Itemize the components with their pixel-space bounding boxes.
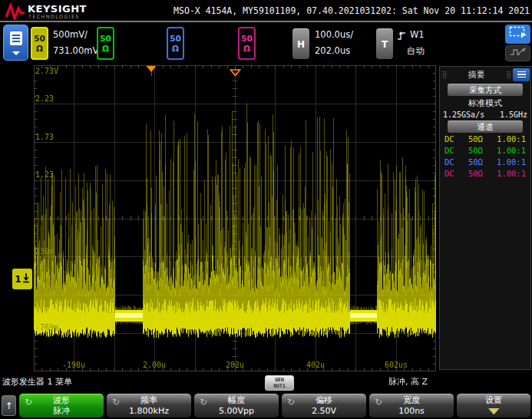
acquisition-mode-button[interactable]: 采集方式 (448, 84, 523, 96)
v-axis-label: 2.23 (35, 94, 54, 103)
scope-graticule-canvas[interactable] (34, 65, 436, 371)
channel1-ground-marker[interactable]: 1 (12, 269, 32, 289)
t-axis-label: 402u (306, 361, 325, 369)
t-axis-label: -198u (62, 361, 85, 369)
channel1-summary-row: DC 50Ω 1.00:1 (440, 133, 530, 144)
wavegen-menu-title: 波形发生器 1 菜单 (2, 376, 72, 388)
ohm-icon: Ω (172, 44, 179, 53)
acquisition-mode-value: 标准模式 (440, 97, 530, 109)
softkey-amplitude[interactable]: ↻ 幅度 5.00Vpp (194, 394, 279, 417)
channel1-button[interactable]: 50 Ω (31, 27, 48, 60)
chevron-down-icon (12, 51, 20, 55)
ground-arrow-icon (22, 272, 30, 285)
channel1-scale: 500mV/ (53, 29, 88, 40)
horizontal-button[interactable]: H (292, 28, 309, 59)
waveform-drag-button[interactable] (505, 45, 530, 61)
t-axis-label: 602us (385, 361, 408, 369)
softkey-width[interactable]: ↻ 宽度 100ns (369, 394, 454, 417)
menu-back-button[interactable]: ↑ (2, 395, 16, 416)
gen-out1-button[interactable]: GEN OUT1 (265, 375, 294, 391)
drag-handle-icon[interactable]: ⣿ (504, 71, 513, 78)
channel2-summary-row: DC 50Ω 1.00:1 (440, 144, 530, 156)
rotary-knob-icon: ↻ (200, 397, 207, 408)
channel3-summary-row: DC 50Ω 1.00:1 (440, 156, 530, 167)
drag-handle-icon[interactable]: ⣿ (440, 71, 449, 78)
channels-button[interactable]: 通道 (448, 120, 523, 133)
timebase-delay: 202.0us (315, 45, 350, 56)
timebase-scale: 100.0us/ (315, 29, 353, 40)
selection-rectangle-icon (509, 26, 527, 42)
delay-reference-marker-icon[interactable] (230, 65, 241, 80)
t-axis-label: 2.00u (143, 361, 166, 369)
channel1-marker-label: 1 (15, 274, 21, 285)
down-arrow-icon: ▼ (488, 406, 499, 417)
channel2-impedance: 50 (100, 34, 111, 43)
rotary-knob-icon: ↻ (112, 397, 120, 408)
channel3-button[interactable]: 50 Ω (167, 27, 184, 60)
channel3-impedance: 50 (170, 34, 181, 43)
channel4-summary-row: DC 50Ω 1.00:1 (440, 167, 530, 179)
ohm-icon: Ω (36, 44, 43, 53)
v-axis-label: 2.73V (35, 67, 58, 75)
waveform-arrow-icon (509, 46, 527, 61)
softkey-waveform[interactable]: ↻ 波形 脉冲 (19, 394, 104, 417)
trigger-time-marker-icon[interactable] (147, 66, 156, 72)
bandwidth: 1.5GHz (500, 111, 527, 119)
ohm-icon: Ω (102, 44, 109, 53)
menu-lines-icon (9, 31, 23, 49)
v-axis-label: 1.23 (35, 170, 54, 179)
softkey-settings[interactable]: 设置 ▼ (457, 394, 530, 417)
up-arrow-icon: ↑ (5, 401, 12, 411)
channel1-offset: 731.00mV (53, 45, 98, 56)
trigger-mode: 自动 (407, 45, 425, 57)
trigger-edge-icon (397, 29, 407, 44)
v-axis-label: -769m (35, 323, 58, 332)
v-axis-label: -269m (35, 285, 58, 294)
softkey-offset[interactable]: ↻ 偏移 2.50V (282, 394, 366, 417)
keysight-logo-spark (5, 2, 25, 23)
region-select-button[interactable] (505, 25, 530, 44)
title-divider (0, 21, 532, 22)
softkey-frequency[interactable]: ↻ 频率 1.800kHz (107, 394, 191, 417)
rotary-knob-icon: ↻ (287, 397, 295, 408)
brand-name: KEYSIGHT (28, 3, 87, 15)
sidebar-menu-button[interactable] (513, 68, 530, 81)
summary-panel: ⣿ 摘要 ⣿ 采集方式 标准模式 1.25GSa/s 1.5GHz 通道 DC … (439, 66, 531, 370)
sidebar-title: 摘要 (449, 69, 504, 81)
main-menu-button[interactable] (3, 25, 28, 61)
instrument-status-text: MSO-X 4154A, MY59101109, 07.40.202103120… (173, 5, 530, 16)
channel4-button[interactable]: 50 Ω (238, 27, 256, 60)
trigger-button[interactable]: T (376, 28, 393, 59)
trigger-source: W1 (410, 29, 425, 40)
channel2-button[interactable]: 50 Ω (97, 27, 114, 60)
sample-rate: 1.25GSa/s (443, 111, 484, 119)
channel4-impedance: 50 (241, 34, 253, 43)
rotary-knob-icon: ↻ (25, 397, 32, 408)
menu-lines-icon (517, 71, 526, 73)
v-axis-label: 1.73 (35, 133, 54, 141)
wavegen-mode-status: 脉冲, 高 Z (388, 376, 428, 388)
brand-subtitle: TECHNOLOGIES (28, 14, 80, 20)
rotary-knob-icon: ↻ (375, 397, 382, 408)
v-axis-label: 230m (35, 247, 54, 256)
channel1-impedance: 50 (34, 34, 45, 43)
ohm-icon: Ω (243, 44, 250, 53)
t-axis-label: 202u (226, 361, 244, 369)
